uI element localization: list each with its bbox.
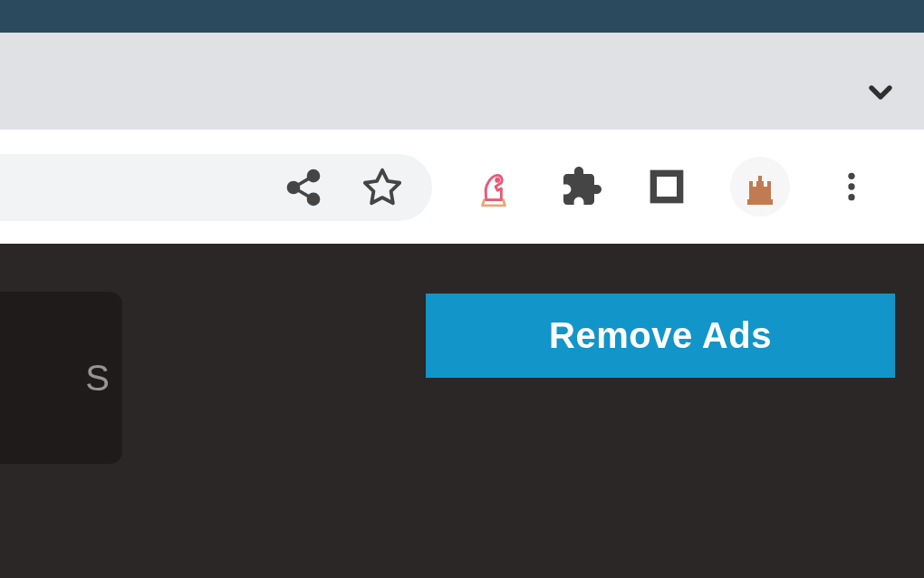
svg-marker-5 bbox=[365, 170, 399, 203]
omnibox[interactable] bbox=[0, 154, 432, 221]
svg-point-0 bbox=[309, 171, 319, 181]
svg-point-6 bbox=[496, 178, 499, 181]
window-titlebar bbox=[0, 0, 924, 33]
chess-knight-icon[interactable] bbox=[471, 164, 516, 209]
svg-point-2 bbox=[309, 194, 319, 204]
svg-line-3 bbox=[298, 190, 310, 197]
browser-toolbar bbox=[0, 130, 924, 244]
reader-mode-icon[interactable] bbox=[647, 167, 687, 207]
chevron-down-icon[interactable] bbox=[862, 74, 899, 111]
remove-ads-label: Remove Ads bbox=[549, 315, 772, 356]
toolbar-actions bbox=[471, 130, 870, 244]
kebab-menu-icon[interactable] bbox=[833, 169, 870, 205]
side-panel: S bbox=[0, 292, 122, 464]
star-icon[interactable] bbox=[361, 167, 403, 208]
svg-point-10 bbox=[848, 194, 854, 200]
tab-strip bbox=[0, 33, 924, 130]
share-icon[interactable] bbox=[284, 168, 323, 207]
svg-point-1 bbox=[289, 183, 299, 193]
extensions-puzzle-icon[interactable] bbox=[560, 165, 603, 208]
svg-point-8 bbox=[848, 173, 854, 179]
svg-point-9 bbox=[848, 183, 854, 189]
side-panel-text: S bbox=[85, 358, 110, 399]
svg-rect-7 bbox=[653, 173, 679, 199]
svg-line-4 bbox=[298, 178, 310, 185]
remove-ads-button[interactable]: Remove Ads bbox=[426, 294, 895, 378]
profile-icon[interactable] bbox=[730, 157, 790, 217]
page-content: S Remove Ads bbox=[0, 244, 924, 578]
